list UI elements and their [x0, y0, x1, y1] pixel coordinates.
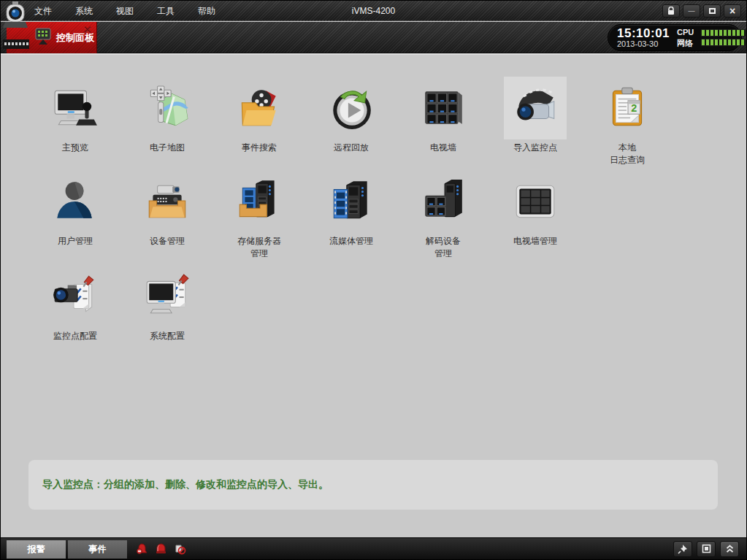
cpu-meter — [701, 29, 746, 37]
module-local-log-search[interactable]: 2 本地日志查询 — [581, 77, 673, 166]
tab-close-icon[interactable]: ✕ — [83, 26, 92, 34]
module-label: 电视墙管理 — [513, 235, 557, 248]
import-camera-icon — [511, 84, 559, 132]
event-search-icon — [235, 84, 283, 132]
window-controls: — × — [662, 4, 741, 18]
clock: 15:10:01 2013-03-30 — [617, 27, 670, 48]
module-label: 用户管理 — [58, 235, 93, 248]
device-management-icon — [143, 177, 191, 226]
camera-configuration-icon — [51, 272, 99, 321]
module-tv-wall[interactable]: 电视墙 — [397, 77, 489, 166]
module-import-camera[interactable]: 导入监控点 — [489, 77, 581, 166]
module-main-preview[interactable]: 主预览 — [29, 77, 121, 166]
alarm-bell-icon[interactable] — [136, 542, 148, 555]
module-description-panel: 导入监控点：分组的添加、删除、修改和监控点的导入、导出。 — [28, 460, 718, 510]
menu-file[interactable]: 文件 — [31, 4, 55, 19]
close-button[interactable]: × — [724, 4, 741, 18]
module-label: 主预览 — [62, 142, 88, 154]
module-label: 远程回放 — [334, 142, 369, 154]
module-event-search[interactable]: 事件搜索 — [213, 77, 305, 166]
module-decoding-device-management[interactable]: 解码设备管理 — [397, 170, 489, 260]
module-stream-media-management[interactable]: 流媒体管理 — [305, 170, 397, 260]
module-user-management[interactable]: 用户管理 — [29, 170, 121, 260]
camera-logo-icon — [1, 1, 31, 51]
tab-bar: 控制面板 ✕ 15:10:01 2013-03-30 CPU 网络 — [1, 22, 746, 53]
menu-view[interactable]: 视图 — [113, 4, 137, 19]
module-label: 电视墙 — [430, 142, 456, 154]
status-bar-controls — [673, 541, 739, 557]
pin-icon — [678, 544, 688, 554]
module-label: 解码设备管理 — [426, 235, 461, 260]
module-label: 电子地图 — [150, 142, 185, 154]
app-logo — [1, 1, 31, 54]
restore-icon — [702, 544, 711, 553]
control-panel-icon — [34, 27, 52, 49]
control-panel-content: 主预览 — [1, 54, 746, 539]
module-camera-configuration[interactable]: 监控点配置 — [29, 265, 121, 342]
system-configuration-icon — [143, 272, 191, 321]
storage-server-icon — [235, 177, 283, 226]
alarm-type-icons — [136, 542, 186, 555]
remote-playback-icon — [327, 84, 375, 132]
siren-icon[interactable] — [155, 542, 167, 555]
alarm-tab[interactable]: 报警 — [7, 540, 66, 559]
lock-button[interactable] — [662, 4, 680, 18]
status-bar: 报警 事件 — [1, 537, 746, 559]
main-preview-icon — [51, 84, 99, 132]
audio-off-icon[interactable] — [174, 542, 186, 555]
clock-time: 15:10:01 — [617, 27, 670, 39]
local-log-icon: 2 — [603, 84, 651, 132]
module-label: 设备管理 — [150, 235, 185, 248]
module-label: 事件搜索 — [242, 142, 277, 154]
module-label: 存储服务器管理 — [237, 235, 281, 260]
network-label: 网络 — [677, 39, 694, 48]
module-label: 监控点配置 — [53, 330, 97, 342]
emap-icon — [143, 84, 191, 132]
close-icon: × — [729, 5, 735, 17]
event-tab[interactable]: 事件 — [68, 540, 127, 559]
tv-wall-management-icon — [511, 177, 559, 226]
menu-tools[interactable]: 工具 — [154, 4, 177, 19]
menu-system[interactable]: 系统 — [72, 4, 96, 19]
minimize-icon: — — [689, 5, 695, 17]
module-label: 流媒体管理 — [329, 235, 373, 248]
pin-button[interactable] — [673, 541, 692, 557]
maximize-button[interactable] — [703, 4, 721, 18]
restore-panel-button[interactable] — [697, 541, 716, 557]
cpu-label: CPU — [677, 28, 694, 37]
clock-date: 2013-03-30 — [617, 39, 670, 48]
module-label: 系统配置 — [150, 330, 185, 342]
stream-media-icon — [327, 177, 375, 226]
menu-help[interactable]: 帮助 — [195, 4, 218, 19]
ivms-window: 文件 系统 视图 工具 帮助 iVMS-4200 — × — [0, 0, 747, 560]
maximize-icon — [709, 8, 716, 14]
network-meter — [701, 39, 746, 46]
module-storage-server-management[interactable]: 存储服务器管理 — [213, 170, 305, 260]
decoding-device-icon — [419, 177, 467, 226]
user-management-icon — [51, 177, 99, 226]
module-label: 本地日志查询 — [610, 142, 645, 166]
collapse-button[interactable] — [720, 541, 739, 557]
module-device-management[interactable]: 设备管理 — [121, 170, 213, 260]
title-bar: 文件 系统 视图 工具 帮助 iVMS-4200 — × — [1, 1, 746, 21]
svg-text:2: 2 — [631, 102, 637, 114]
chevron-up-double-icon — [725, 544, 735, 553]
minimize-button[interactable]: — — [683, 4, 700, 18]
module-tv-wall-management[interactable]: 电视墙管理 — [489, 170, 581, 260]
menu-bar: 文件 系统 视图 工具 帮助 — [31, 1, 218, 21]
module-description-text: 导入监控点：分组的添加、删除、修改和监控点的导入、导出。 — [42, 478, 329, 491]
clock-status-pill: 15:10:01 2013-03-30 CPU 网络 — [608, 24, 742, 51]
lock-icon — [667, 7, 675, 15]
module-remote-playback[interactable]: 远程回放 — [305, 77, 397, 166]
tv-wall-icon — [419, 84, 467, 132]
module-system-configuration[interactable]: 系统配置 — [121, 265, 213, 342]
module-label: 导入监控点 — [513, 142, 557, 154]
module-emap[interactable]: 电子地图 — [121, 77, 213, 166]
